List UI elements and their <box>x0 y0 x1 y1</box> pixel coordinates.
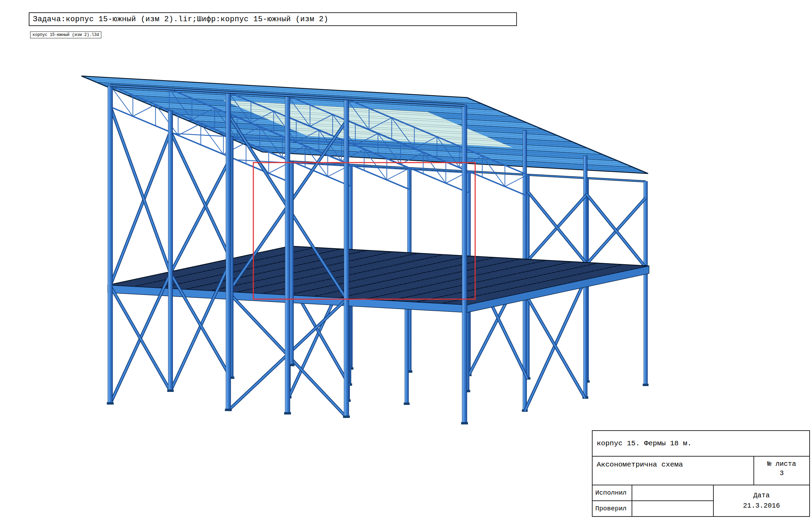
checker-signature-cell <box>632 501 713 516</box>
sheet-label: № листа <box>754 459 809 469</box>
checker-label: Проверил <box>593 501 632 516</box>
title-block-object-row: корпус 15. Фермы 18 м. <box>593 431 809 457</box>
title-block: корпус 15. Фермы 18 м. Аксонометрична сх… <box>592 430 810 517</box>
task-title-bar: Задача:корпус 15-южный (изм 2).lir;Шифр:… <box>29 12 517 26</box>
application-window: Задача:корпус 15-южный (изм 2).lir;Шифр:… <box>0 0 812 523</box>
model-file-text: корпус 15-южный (изм 2).l3d <box>33 33 99 37</box>
executor-signature-cell <box>632 485 713 501</box>
date-label: Дата <box>753 490 770 501</box>
signature-labels-column: Исполнил Проверил <box>593 485 632 516</box>
view-name: Аксонометрична схема <box>597 461 683 469</box>
task-title-text: Задача:корпус 15-южный (изм 2).lir;Шифр:… <box>33 15 328 24</box>
signature-empty-column <box>632 485 714 516</box>
date-value: 21.3.2016 <box>743 501 780 511</box>
date-cell: Дата 21.3.2016 <box>714 485 809 516</box>
title-block-signature-rows: Исполнил Проверил Дата 21.3.2016 <box>593 485 809 516</box>
sheet-number: 3 <box>754 469 809 478</box>
model-file-label: корпус 15-южный (изм 2).l3d <box>30 31 101 38</box>
executor-label: Исполнил <box>593 485 632 501</box>
title-block-view-row: Аксонометрична схема № листа 3 <box>593 457 809 485</box>
object-name: корпус 15. Фермы 18 м. <box>597 439 692 447</box>
view-name-cell: Аксонометрична схема <box>593 457 754 485</box>
sheet-number-cell: № листа 3 <box>754 457 809 485</box>
